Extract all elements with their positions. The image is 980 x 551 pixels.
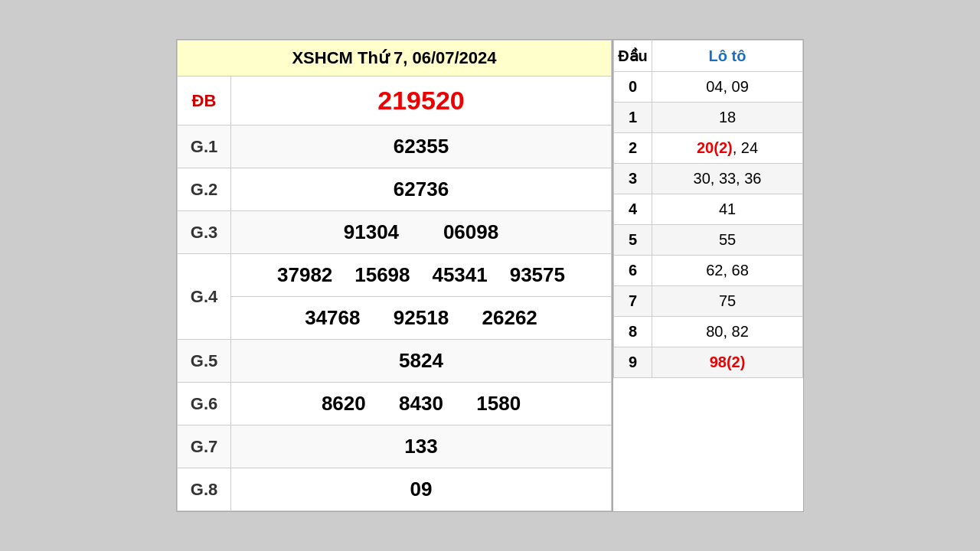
g3-values: 91304 06098 (231, 211, 612, 254)
loto-value: 04, 09 (652, 72, 803, 103)
g8-value: 09 (231, 468, 612, 511)
loto-value: 80, 82 (652, 317, 803, 347)
results-table: XSHCM Thứ 7, 06/07/2024 ĐB 219520 G.1 62… (177, 40, 612, 511)
loto-header-row: Đầu Lô tô (614, 41, 803, 72)
loto-row: 880, 82 (614, 317, 803, 347)
table-row: G.2 62736 (178, 168, 612, 211)
loto-row: 998(2) (614, 347, 803, 378)
g1-label: G.1 (178, 126, 231, 168)
table-row: ĐB 219520 (178, 77, 612, 126)
g2-value: 62736 (231, 168, 612, 211)
g4-label: G.4 (178, 254, 231, 340)
loto-dau: 2 (614, 133, 652, 164)
table-row: G.6 8620 8430 1580 (178, 383, 612, 425)
loto-row: 555 (614, 225, 803, 256)
table-row: G.8 09 (178, 468, 612, 511)
loto-header-dau: Đầu (614, 41, 652, 72)
g4-row1: 37982 15698 45341 93575 (231, 254, 612, 297)
table-row: G.1 62355 (178, 126, 612, 168)
loto-value: 98(2) (652, 347, 803, 378)
g5-label: G.5 (178, 340, 231, 383)
loto-dau: 6 (614, 256, 652, 286)
loto-dau: 0 (614, 72, 652, 103)
loto-dau: 1 (614, 103, 652, 133)
loto-value: 75 (652, 286, 803, 317)
loto-value: 18 (652, 103, 803, 133)
g7-value: 133 (231, 425, 612, 468)
loto-section: Đầu Lô tô 004, 09118220(2), 24330, 33, 3… (612, 40, 803, 511)
loto-row: 330, 33, 36 (614, 164, 803, 194)
loto-dau: 8 (614, 317, 652, 347)
loto-row: 220(2), 24 (614, 133, 803, 164)
db-value: 219520 (231, 77, 612, 126)
loto-dau: 4 (614, 194, 652, 225)
g4-row2: 34768 92518 26262 (231, 297, 612, 340)
loto-row: 004, 09 (614, 72, 803, 103)
loto-dau: 5 (614, 225, 652, 256)
loto-dau: 3 (614, 164, 652, 194)
g6-values: 8620 8430 1580 (231, 383, 612, 425)
db-label: ĐB (178, 77, 231, 126)
table-row: G.4 37982 15698 45341 93575 (178, 254, 612, 297)
g7-label: G.7 (178, 425, 231, 468)
loto-value: 62, 68 (652, 256, 803, 286)
loto-row: 662, 68 (614, 256, 803, 286)
table-row: G.5 5824 (178, 340, 612, 383)
g1-value: 62355 (231, 126, 612, 168)
g8-label: G.8 (178, 468, 231, 511)
loto-value: 20(2), 24 (652, 133, 803, 164)
loto-value: 30, 33, 36 (652, 164, 803, 194)
g5-value: 5824 (231, 340, 612, 383)
table-row: G.7 133 (178, 425, 612, 468)
table-row: G.3 91304 06098 (178, 211, 612, 254)
loto-row: 775 (614, 286, 803, 317)
g6-label: G.6 (178, 383, 231, 425)
table-title: XSHCM Thứ 7, 06/07/2024 (178, 41, 612, 77)
loto-dau: 9 (614, 347, 652, 378)
g2-label: G.2 (178, 168, 231, 211)
loto-header-loto: Lô tô (652, 41, 803, 72)
loto-table: Đầu Lô tô 004, 09118220(2), 24330, 33, 3… (613, 40, 803, 378)
loto-dau: 7 (614, 286, 652, 317)
table-row: 34768 92518 26262 (178, 297, 612, 340)
g3-label: G.3 (178, 211, 231, 254)
loto-row: 441 (614, 194, 803, 225)
main-container: XSHCM Thứ 7, 06/07/2024 ĐB 219520 G.1 62… (176, 39, 804, 512)
loto-value: 41 (652, 194, 803, 225)
loto-row: 118 (614, 103, 803, 133)
loto-value: 55 (652, 225, 803, 256)
